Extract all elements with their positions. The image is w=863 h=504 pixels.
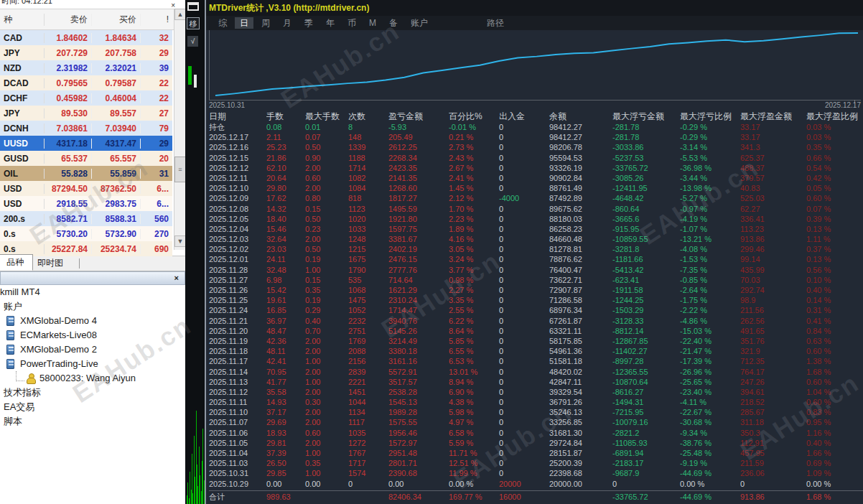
market-watch-row[interactable]: GUSD65.53765.55720 xyxy=(0,151,172,166)
navigator-account[interactable]: XMGlobal-Demo 2 xyxy=(0,342,185,357)
market-watch-row[interactable]: JPY89.53089.55727 xyxy=(0,106,172,121)
cell: 0.10 % xyxy=(806,275,861,285)
menu-item-path[interactable]: 路径 xyxy=(482,17,509,30)
stats-table-row[interactable]: 2025.11.2832.481.0017902777.763.77 %0764… xyxy=(209,265,863,275)
market-watch-row[interactable]: USD87294.5087362.506... xyxy=(0,181,172,196)
balance-curve-chart[interactable] xyxy=(209,30,861,101)
menu-item-M[interactable]: M xyxy=(364,17,381,29)
stats-table-row[interactable]: 2025.11.2519.610.1914752310.243.35 %0712… xyxy=(209,295,863,305)
market-watch-row[interactable]: CAD1.846021.8463432 xyxy=(0,30,172,45)
stats-table-row[interactable]: 2025.10.290.000.0000.000.00 %2000020000.… xyxy=(209,479,863,489)
menu-item-备[interactable]: 备 xyxy=(384,17,403,29)
column-symbol[interactable]: 种 xyxy=(0,14,45,26)
navigator-account[interactable]: PowerTrading-Live xyxy=(0,357,185,371)
market-watch-row[interactable]: USD2918.552983.756... xyxy=(0,196,172,211)
market-watch-row[interactable]: OIL55.82855.85931 xyxy=(0,166,172,181)
stats-table-row[interactable]: 2025.12.0415.460.2310331597.751.89 %0862… xyxy=(209,224,863,234)
navigator-accounts-node[interactable]: 账户 xyxy=(0,299,185,314)
stats-table-row[interactable]: 2025.11.0437.391.0017672951.4811.71 %028… xyxy=(209,448,863,458)
stats-position-row[interactable]: 持仓0.080.018-5.93-0.01 %098412.27-281.78-… xyxy=(209,122,863,132)
market-watch-row[interactable]: DCHF0.459820.4600422 xyxy=(0,90,172,106)
navigator-logged-account[interactable]: 58000233: Wang Aiyun xyxy=(0,371,185,386)
stats-table-row[interactable]: 2025.12.0917.620.808181817.272.12 %-4000… xyxy=(209,193,863,203)
column-header[interactable]: 最大浮盈比例 xyxy=(806,111,861,122)
stats-table-row[interactable]: 2025.11.1235.582.0014512538.286.90 %0393… xyxy=(209,387,863,397)
column-header[interactable]: 百分比% xyxy=(449,111,499,122)
stats-table-row[interactable]: 2025.10.3129.851.0015742390.6811.99 %022… xyxy=(209,468,863,478)
stats-table-row[interactable]: 2025.11.0326.500.3517172801.7112.51 %025… xyxy=(209,458,863,468)
stats-table-row[interactable]: 2025.11.2048.470.7027515145.268.64 %0633… xyxy=(209,326,863,336)
stats-table-row[interactable]: 2025.11.1742.411.0021563161.166.53 %0515… xyxy=(209,356,863,366)
market-watch-row[interactable]: DCAD0.795650.7958722 xyxy=(0,75,172,90)
check-button[interactable]: √ xyxy=(187,36,198,47)
stats-table-row[interactable]: 2025.12.1262.102.0017142423.352.67 %0933… xyxy=(209,163,863,173)
stats-window-title[interactable]: MTDriver统计 ,V3.10 (http://mtdriver.cn) xyxy=(206,0,863,16)
scrollbar-thumb[interactable]: ≡ xyxy=(174,157,186,182)
scrollbar[interactable]: ▲ ≡ ▼ xyxy=(174,9,185,250)
navigator-section[interactable]: 脚本 xyxy=(0,414,185,429)
stats-table-row[interactable]: 2025.11.1114.930.3010441545.134.38 %0367… xyxy=(209,397,863,407)
stats-table-row[interactable]: 2025.11.1848.112.0020883380.186.55 %0549… xyxy=(209,346,863,356)
column-header[interactable]: 最大手数 xyxy=(305,111,348,122)
stats-table-row[interactable]: 2025.11.0529.812.0012721572.975.59 %0297… xyxy=(209,438,863,448)
column-sell[interactable]: 卖价 xyxy=(45,14,92,26)
navigator-section[interactable]: EA交易 xyxy=(0,400,185,414)
stats-table-row[interactable]: 2025.12.1029.802.0010841268.601.45 %0887… xyxy=(209,183,863,193)
menu-item-周[interactable]: 周 xyxy=(256,17,275,29)
menu-item-季[interactable]: 季 xyxy=(299,17,318,29)
market-watch-row[interactable]: UUSD4317.184317.4729 xyxy=(0,136,172,151)
stats-table-row[interactable]: 2025.11.276.980.15535714.640.98 %073622.… xyxy=(209,275,863,285)
stats-table-row[interactable]: 2025.11.1037.172.0011341989.285.98 %0352… xyxy=(209,407,863,417)
close-icon[interactable]: × xyxy=(174,274,179,282)
column-header[interactable]: 最大浮亏比例 xyxy=(680,111,740,122)
tab-tick-chart[interactable]: 即时图 xyxy=(29,256,72,271)
column-alert[interactable]: ! xyxy=(141,14,172,24)
market-watch-row[interactable]: JPY207.729207.75829 xyxy=(0,45,172,60)
close-icon[interactable]: × xyxy=(171,0,175,9)
stats-table-row[interactable]: 2025.11.1470.952.0028395572.9113.01 %048… xyxy=(209,367,863,377)
column-header[interactable]: 次数 xyxy=(348,111,388,122)
scroll-up-icon[interactable]: ▲ xyxy=(174,9,186,20)
column-header[interactable]: 余额 xyxy=(549,111,612,122)
menu-item-年[interactable]: 年 xyxy=(321,17,340,29)
menu-item-月[interactable]: 月 xyxy=(278,17,297,29)
column-header[interactable]: 出入金 xyxy=(499,111,549,122)
stats-table-row[interactable]: 2025.12.0223.030.5012152402.193.05 %0812… xyxy=(209,244,863,254)
stats-table-row[interactable]: 2025.12.0124.110.1916752476.153.24 %0788… xyxy=(209,254,863,264)
column-header[interactable]: 最大浮亏金额 xyxy=(612,111,680,122)
navigator-account[interactable]: XMGlobal-Demo 4 xyxy=(0,314,185,328)
stats-table-row[interactable]: 2025.12.172.110.07148205.490.21 %098412.… xyxy=(209,132,863,142)
window-icon[interactable] xyxy=(187,2,199,11)
market-watch-row[interactable]: 0.s5730.205732.90270 xyxy=(0,226,172,241)
stats-table-row[interactable]: 2025.12.0814.320.1511231495.591.70 %0896… xyxy=(209,204,863,214)
stats-table-row[interactable]: 2025.11.0618.930.6010351956.466.58 %0316… xyxy=(209,428,863,438)
navigator-account[interactable]: ECMarkets-Live08 xyxy=(0,328,185,342)
menu-item-日[interactable]: 日 xyxy=(235,17,253,29)
move-button[interactable]: 移 xyxy=(187,17,200,29)
market-watch-row[interactable]: DCNH7.038617.0394079 xyxy=(0,121,172,136)
navigator-section[interactable]: 技术指标 xyxy=(0,386,185,400)
stats-table-row[interactable]: 2025.12.1120.640.6010822141.352.41 %0909… xyxy=(209,173,863,183)
column-header[interactable]: 日期 xyxy=(209,111,266,122)
stats-table-row[interactable]: 2025.12.1521.860.9011882268.342.43 %0955… xyxy=(209,153,863,163)
stats-table-row[interactable]: 2025.11.0729.692.0011171575.554.97 %0332… xyxy=(209,417,863,427)
column-buy[interactable]: 买价 xyxy=(92,14,141,26)
stats-table-row[interactable]: 2025.12.0332.642.0012483381.674.16 %0846… xyxy=(209,234,863,244)
menu-item-账户[interactable]: 账户 xyxy=(406,17,433,29)
stats-table-row[interactable]: 2025.11.1341.771.0022213517.578.94 %0428… xyxy=(209,377,863,387)
column-header[interactable]: 最大浮盈金额 xyxy=(740,111,806,122)
stats-table-row[interactable]: 2025.11.2416.850.2910521714.472.55 %0689… xyxy=(209,305,863,315)
column-header[interactable]: 手数 xyxy=(266,111,305,122)
market-watch-row[interactable]: NZD2.319822.3202139 xyxy=(0,60,172,75)
stats-table-row[interactable]: 2025.11.2136.970.4022323940.766.22 %0672… xyxy=(209,316,863,326)
column-header[interactable]: 盈亏金额 xyxy=(388,111,449,122)
menu-item-综[interactable]: 综 xyxy=(213,17,232,29)
navigator-header[interactable]: × xyxy=(0,271,185,285)
stats-table-row[interactable]: 2025.11.1942.362.0017693214.495.85 %0581… xyxy=(209,336,863,346)
stats-table-row[interactable]: 2025.11.2615.420.3510681621.292.27 %0729… xyxy=(209,285,863,295)
scroll-down-icon[interactable]: ▼ xyxy=(174,235,186,247)
stats-table-row[interactable]: 2025.12.1625.230.5013392612.252.73 %0982… xyxy=(209,142,863,152)
stats-table-row[interactable]: 2025.12.0518.400.5010201921.802.23 %0881… xyxy=(209,214,863,224)
market-watch-row[interactable]: 200.s8582.718588.31560 xyxy=(0,211,172,226)
menu-item-币[interactable]: 币 xyxy=(342,17,361,29)
